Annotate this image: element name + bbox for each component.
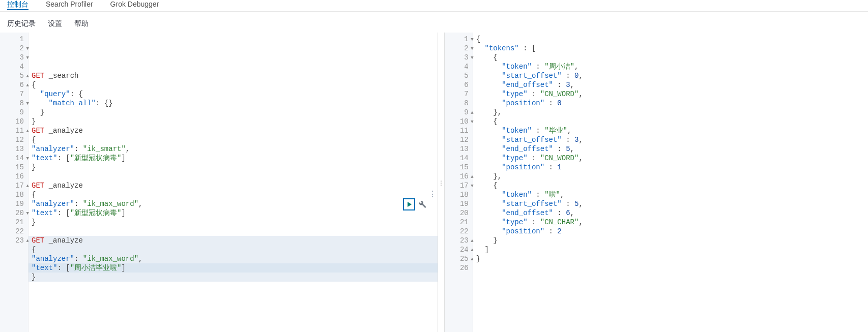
line-number: 7	[445, 89, 473, 99]
line-number: 12	[445, 135, 473, 144]
line-number: 13	[445, 144, 473, 154]
code-line: {	[473, 53, 868, 62]
code-line[interactable]: "analyzer": "ik_max_word",	[28, 199, 438, 208]
line-number: 11▲	[0, 126, 28, 135]
code-line: },	[473, 108, 868, 117]
code-line: "position" : 1	[473, 163, 868, 172]
line-number: 24▲	[445, 245, 473, 254]
code-line: "token" : "啦",	[473, 190, 868, 199]
code-line[interactable]: }	[28, 117, 438, 126]
code-line[interactable]: "text": ["周小洁毕业啦"]	[28, 263, 438, 273]
token-punct: : {	[70, 90, 83, 98]
tab-grok-debugger[interactable]: Grok Debugger	[110, 0, 159, 8]
token-punct: },	[476, 108, 502, 116]
code-line[interactable]: {	[28, 135, 438, 144]
code-line: "token" : "毕业",	[473, 126, 868, 135]
token-key: "match_all"	[49, 99, 96, 107]
code-line[interactable]: {	[28, 80, 438, 89]
code-line[interactable]: }	[28, 108, 438, 117]
code-line: "position" : 0	[473, 99, 868, 108]
more-menu-icon[interactable]: ⋮	[428, 193, 437, 196]
token-key: "tokens"	[485, 44, 519, 52]
token-punct	[476, 209, 502, 217]
token-str: "ik_max_word"	[83, 200, 138, 208]
code-line[interactable]: "match_all": {}	[28, 99, 438, 108]
token-punct: :	[74, 255, 83, 263]
code-line: }	[473, 254, 868, 263]
token-key: "analyzer"	[32, 200, 74, 208]
pane-divider[interactable]: ···	[438, 33, 445, 332]
token-method: GET	[32, 127, 44, 135]
token-str: "周小洁毕业啦"	[70, 264, 122, 272]
token-num: 3	[566, 81, 570, 89]
token-num: 6	[566, 209, 570, 217]
token-key: "type"	[502, 90, 527, 98]
token-punct: {	[476, 53, 498, 62]
token-punct	[476, 136, 502, 144]
token-punct: }	[32, 163, 36, 171]
token-punct: :	[544, 163, 557, 171]
token-punct: },	[476, 172, 502, 180]
token-punct: ,	[560, 191, 564, 199]
token-punct: :	[528, 154, 540, 162]
run-button[interactable]	[403, 198, 415, 210]
line-number: 7	[0, 89, 28, 99]
menu-settings[interactable]: 设置	[48, 19, 62, 28]
token-punct	[476, 127, 502, 135]
tab-search-profiler[interactable]: Search Profiler	[46, 0, 93, 8]
code-line[interactable]: GET _analyze	[28, 236, 438, 245]
line-number: 17▼	[445, 181, 473, 190]
line-number: 15	[0, 163, 28, 172]
request-editor[interactable]: GET _search{ "query": { "match_all": {} …	[28, 33, 438, 332]
line-number: 13	[0, 144, 28, 154]
code-line[interactable]: GET _analyze	[28, 181, 438, 190]
response-viewer[interactable]: { "tokens" : [ { "token" : "周小洁", "start…	[473, 33, 868, 332]
menu-history[interactable]: 历史记录	[7, 19, 36, 28]
line-number: 23▲	[445, 236, 473, 245]
token-str: "ik_max_word"	[83, 255, 138, 263]
token-punct: }	[476, 236, 498, 245]
token-punct	[476, 191, 502, 199]
token-punct: ,	[578, 218, 583, 226]
line-number: 1	[0, 35, 28, 44]
code-line[interactable]: "analyzer": "ik_max_word",	[28, 254, 438, 263]
code-line: "type" : "CN_WORD",	[473, 154, 868, 163]
token-punct	[32, 90, 40, 98]
code-line: ]	[473, 245, 868, 254]
token-punct: :	[532, 63, 544, 71]
code-line[interactable]: }	[28, 273, 438, 282]
line-number: 20	[445, 208, 473, 218]
code-line[interactable]	[28, 227, 438, 236]
token-punct: :	[553, 145, 566, 153]
token-punct: ,	[578, 90, 583, 98]
code-line[interactable]: GET _search	[28, 71, 438, 80]
code-line[interactable]: {	[28, 245, 438, 254]
code-line[interactable]: "text": ["新型冠状病毒"]	[28, 154, 438, 163]
code-line[interactable]: {	[28, 190, 438, 199]
code-line[interactable]	[28, 172, 438, 181]
token-punct: }	[32, 117, 36, 126]
code-line[interactable]: GET _analyze	[28, 126, 438, 135]
response-gutter: 1▼2▼3▼456789▲10▼111213141516▲17▼18192021…	[445, 33, 473, 332]
line-number: 10▼	[445, 117, 473, 126]
token-punct: :	[528, 90, 540, 98]
token-key: "start_offset"	[502, 136, 562, 144]
token-key: "end_offset"	[502, 209, 553, 217]
code-line: "tokens" : [	[473, 44, 868, 53]
code-line: "end_offset" : 3,	[473, 80, 868, 89]
menu-help[interactable]: 帮助	[74, 19, 89, 28]
wrench-button[interactable]	[417, 199, 427, 209]
code-line[interactable]: "text": ["新型冠状病毒"]	[28, 208, 438, 218]
code-line[interactable]: }	[28, 218, 438, 227]
token-key: "token"	[502, 63, 532, 71]
token-key: "type"	[502, 154, 527, 162]
line-number: 15	[445, 163, 473, 172]
code-line[interactable]: "analyzer": "ik_smart",	[28, 144, 438, 154]
line-number: 16▲	[445, 172, 473, 181]
token-key: "analyzer"	[32, 145, 74, 153]
code-line[interactable]: "query": {	[28, 89, 438, 99]
code-line: "type" : "CN_WORD",	[473, 89, 868, 99]
code-line[interactable]: }	[28, 163, 438, 172]
tab-console[interactable]: 控制台	[7, 0, 28, 10]
token-punct: ,	[578, 200, 583, 208]
